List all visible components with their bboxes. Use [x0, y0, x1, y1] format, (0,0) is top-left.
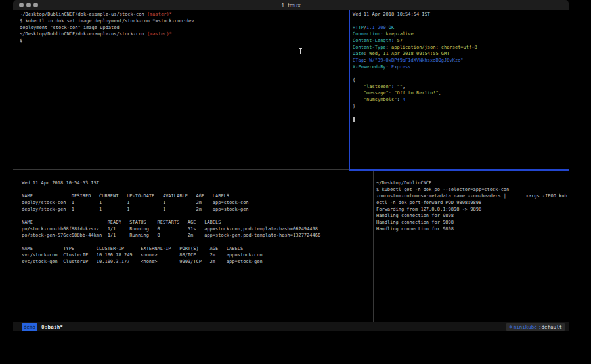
window-title: 1. tmux [281, 2, 301, 9]
mouse-ibeam-cursor [299, 48, 302, 54]
kube-context: minikube [514, 324, 537, 330]
close-window-button[interactable] [19, 3, 24, 7]
tmux-status-bar: demo 0:bash* ☸ minikube :default [13, 322, 569, 331]
kubernetes-icon: ☸ [509, 324, 512, 330]
window-tab-bash[interactable]: 0:bash* [41, 324, 63, 330]
pane-border-horizontal-left[interactable] [13, 169, 349, 170]
pane-kubectl-get[interactable]: Wed 11 Apr 2018 10:54:53 IST NAME DESIRE… [13, 171, 373, 322]
kube-namespace: :default [538, 324, 562, 330]
traffic-lights [19, 0, 38, 10]
kube-context-indicator: ☸ minikube :default [506, 323, 565, 331]
session-name-badge: demo [22, 323, 37, 331]
pane-shell[interactable]: ~/Desktop/DublinCNCF/dok-example-us/stoc… [13, 10, 349, 169]
pane-port-forward[interactable]: ~/Desktop/DublinCNCF$ kubectl get -n dok… [374, 171, 569, 322]
tmux-content: ~/Desktop/DublinCNCF/dok-example-us/stoc… [13, 10, 569, 322]
zoom-window-button[interactable] [33, 3, 38, 7]
pane-http-response[interactable]: Wed 11 Apr 2018 10:54:54 IST HTTP/1.1 20… [350, 10, 569, 169]
window-titlebar[interactable]: 1. tmux [13, 0, 569, 10]
minimize-window-button[interactable] [26, 3, 31, 7]
terminal-window: 1. tmux ~/Desktop/DublinCNCF/dok-example… [13, 0, 569, 331]
